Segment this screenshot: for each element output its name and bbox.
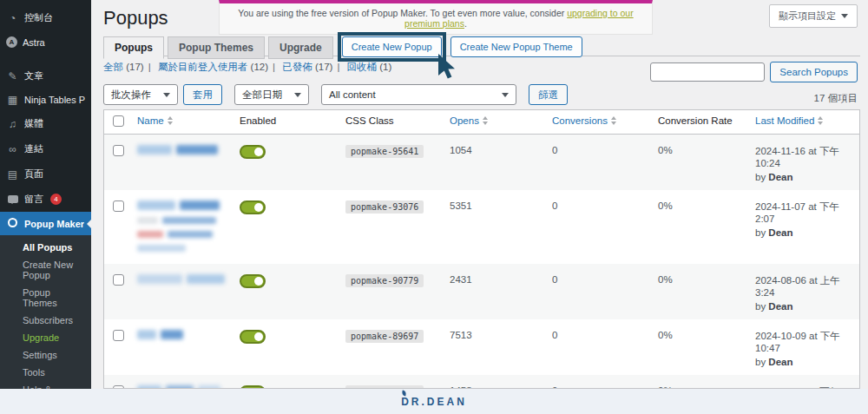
sidebar-item-label: 留言 (24, 193, 43, 206)
filter-label: 已發佈 (282, 62, 312, 72)
bulk-actions-row: 批次操作 套用 全部日期 All content 篩選 (103, 84, 568, 105)
filter-separator: | (273, 62, 275, 72)
opens-value: 5351 (450, 200, 472, 211)
cursor-arrow-icon (437, 54, 457, 80)
filter-all[interactable]: 全部 (17) (103, 62, 144, 72)
popup-name-link[interactable] (137, 274, 227, 284)
sidebar-item-posts[interactable]: 文章 (0, 63, 91, 89)
author-name: Dean (768, 357, 792, 367)
media-icon (6, 119, 19, 129)
row-checkbox[interactable] (113, 274, 124, 286)
sidebar-item-ninja-tables[interactable]: Ninja Tables Pro (0, 89, 91, 111)
annotation-highlight-box: Create New Popup (342, 36, 442, 57)
css-class-chip: popmake-89697 (345, 330, 424, 343)
popups-table: Name Enabled CSS Class Opens Conversions… (103, 109, 860, 389)
author-line: by Dean (755, 172, 854, 182)
bulk-actions-select[interactable]: 批次操作 (103, 84, 178, 105)
enabled-toggle[interactable] (240, 330, 266, 344)
sort-name-header[interactable]: Name (137, 115, 173, 126)
search-popups-button[interactable]: Search Popups (770, 62, 858, 82)
apply-button[interactable]: 套用 (183, 84, 222, 105)
row-actions-blurred[interactable] (137, 231, 227, 238)
filter-count: (1) (379, 62, 391, 72)
date-filter-select[interactable]: 全部日期 (234, 84, 309, 105)
dashboard-icon (6, 13, 19, 23)
content-filter-select[interactable]: All content (321, 84, 516, 105)
sidebar-item-dashboard[interactable]: 控制台 (0, 5, 91, 30)
table-row: popmake-93076 5351 0 0% 2024-11-07 at 下午… (104, 190, 859, 264)
author-name: Dean (768, 227, 792, 238)
row-actions-blurred[interactable] (137, 245, 227, 252)
filter-published[interactable]: 已發佈 (17) (282, 62, 332, 72)
row-checkbox[interactable] (113, 200, 124, 212)
table-header-row: Name Enabled CSS Class Opens Conversions… (104, 110, 859, 135)
comment-icon (8, 195, 18, 203)
table-row: popmake-89697 7513 0 0% 2024-10-09 at 下午… (104, 319, 859, 375)
create-new-popup-theme-button[interactable]: Create New Popup Theme (450, 36, 582, 57)
css-class-chip: popmake-93076 (345, 200, 424, 214)
row-checkbox[interactable] (113, 330, 124, 341)
tab-upgrade[interactable]: Upgrade (268, 36, 333, 59)
column-enabled-header: Enabled (240, 115, 276, 126)
sidebar-item-label: Astra (23, 37, 45, 48)
last-modified-value: 2024-10-09 at 下午 10:47 (755, 330, 854, 353)
enabled-toggle[interactable] (240, 145, 266, 159)
css-class-chip: popmake-95641 (345, 145, 424, 158)
sidebar-item-astra[interactable]: Astra (0, 30, 91, 54)
submenu-subscribers[interactable]: Subscribers (0, 312, 91, 329)
submenu-create-new-popup[interactable]: Create New Popup (0, 256, 91, 284)
sidebar-item-popup-maker[interactable]: Popup Maker (0, 212, 91, 235)
popup-name-link[interactable] (137, 330, 227, 339)
submenu-upgrade[interactable]: Upgrade (0, 329, 91, 346)
enabled-toggle[interactable] (240, 200, 266, 214)
column-label: Name (137, 115, 164, 126)
sidebar-item-media[interactable]: 媒體 (0, 111, 91, 136)
sort-last-modified-header[interactable]: Last Modified (755, 115, 823, 126)
tab-popup-themes[interactable]: Popup Themes (168, 36, 265, 59)
submenu-tools[interactable]: Tools (0, 364, 91, 381)
conversion-rate-value: 0% (658, 330, 673, 340)
create-new-popup-button[interactable]: Create New Popup (342, 36, 442, 57)
popup-name-link[interactable] (137, 145, 227, 154)
conversions-value: 0 (552, 330, 557, 340)
conversions-value: 0 (552, 145, 557, 155)
wordpress-admin-screen: 控制台 Astra 文章 Ninja Tables Pro 媒體 連結 頁面 (0, 0, 868, 414)
sidebar-item-links[interactable]: 連結 (0, 136, 91, 161)
status-filters: 全部 (17)| 屬於目前登入使用者 (12)| 已發佈 (17)| 回收桶 (… (103, 61, 391, 74)
popup-maker-icon (8, 218, 17, 227)
sidebar-item-pages[interactable]: 頁面 (0, 161, 91, 187)
column-conversion-rate-header: Conversion Rate (658, 115, 733, 126)
chevron-down-icon (502, 93, 509, 97)
filter-label: 屬於目前登入使用者 (158, 62, 248, 72)
row-checkbox[interactable] (113, 145, 124, 156)
popup-name-link[interactable] (137, 200, 227, 210)
table-row: popmake-90779 2431 0 0% 2024-08-06 at 上午… (104, 264, 859, 319)
sidebar-item-label: Ninja Tables Pro (24, 95, 85, 105)
sort-opens-header[interactable]: Opens (450, 115, 488, 126)
tab-popups[interactable]: Popups (103, 36, 164, 59)
table-row: popmake-89683 1458 0 0% 2024-10-11 at 下午… (104, 375, 859, 390)
search-input[interactable] (650, 62, 765, 82)
enabled-toggle[interactable] (240, 274, 266, 288)
select-all-checkbox[interactable] (113, 115, 124, 127)
submenu-all-popups[interactable]: All Popups (0, 239, 91, 256)
sidebar-item-comments[interactable]: 留言 4 (0, 187, 91, 212)
conversions-value: 0 (552, 274, 557, 285)
filter-count: (17) (126, 62, 143, 72)
sort-conversions-header[interactable]: Conversions (552, 115, 616, 126)
screen-options-label: 顯示項目設定 (779, 10, 836, 23)
filter-count: (12) (251, 62, 268, 72)
filter-label: 回收桶 (347, 62, 378, 72)
conversion-rate-value: 0% (658, 274, 673, 285)
page-footer: DR.DEAN (0, 389, 868, 414)
filter-button[interactable]: 篩選 (529, 84, 568, 105)
row-actions-blurred[interactable] (137, 217, 227, 224)
submenu-popup-themes[interactable]: Popup Themes (0, 284, 91, 312)
screen-options-button[interactable]: 顯示項目設定 (769, 4, 858, 28)
submenu-settings[interactable]: Settings (0, 346, 91, 364)
filter-mine[interactable]: 屬於目前登入使用者 (12) (158, 62, 268, 72)
author-line: by Dean (755, 357, 854, 367)
bulk-actions-value: 批次操作 (111, 89, 151, 102)
filter-trash[interactable]: 回收桶 (1) (347, 62, 392, 72)
sidebar-item-label: 頁面 (24, 168, 43, 181)
